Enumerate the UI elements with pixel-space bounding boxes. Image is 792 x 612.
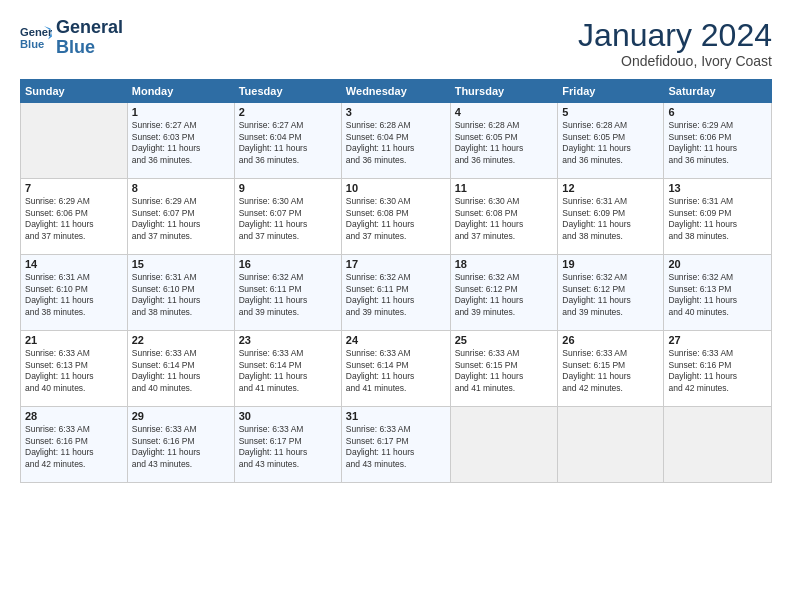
- table-row: 4Sunrise: 6:28 AM Sunset: 6:05 PM Daylig…: [450, 103, 558, 179]
- day-number: 17: [346, 258, 446, 270]
- day-info: Sunrise: 6:32 AM Sunset: 6:11 PM Dayligh…: [346, 272, 446, 318]
- day-info: Sunrise: 6:29 AM Sunset: 6:06 PM Dayligh…: [668, 120, 767, 166]
- day-info: Sunrise: 6:28 AM Sunset: 6:04 PM Dayligh…: [346, 120, 446, 166]
- table-row: 25Sunrise: 6:33 AM Sunset: 6:15 PM Dayli…: [450, 331, 558, 407]
- day-number: 25: [455, 334, 554, 346]
- table-row: 31Sunrise: 6:33 AM Sunset: 6:17 PM Dayli…: [341, 407, 450, 483]
- col-tuesday: Tuesday: [234, 80, 341, 103]
- table-row: 6Sunrise: 6:29 AM Sunset: 6:06 PM Daylig…: [664, 103, 772, 179]
- month-title: January 2024: [578, 18, 772, 53]
- day-number: 28: [25, 410, 123, 422]
- day-info: Sunrise: 6:33 AM Sunset: 6:14 PM Dayligh…: [346, 348, 446, 394]
- day-number: 12: [562, 182, 659, 194]
- day-info: Sunrise: 6:33 AM Sunset: 6:15 PM Dayligh…: [562, 348, 659, 394]
- logo-line2: Blue: [56, 38, 123, 58]
- day-number: 23: [239, 334, 337, 346]
- table-row: 3Sunrise: 6:28 AM Sunset: 6:04 PM Daylig…: [341, 103, 450, 179]
- table-row: 15Sunrise: 6:31 AM Sunset: 6:10 PM Dayli…: [127, 255, 234, 331]
- day-number: 15: [132, 258, 230, 270]
- col-saturday: Saturday: [664, 80, 772, 103]
- table-row: 23Sunrise: 6:33 AM Sunset: 6:14 PM Dayli…: [234, 331, 341, 407]
- table-row: 11Sunrise: 6:30 AM Sunset: 6:08 PM Dayli…: [450, 179, 558, 255]
- day-number: 3: [346, 106, 446, 118]
- week-row-2: 14Sunrise: 6:31 AM Sunset: 6:10 PM Dayli…: [21, 255, 772, 331]
- day-number: 21: [25, 334, 123, 346]
- table-row: 2Sunrise: 6:27 AM Sunset: 6:04 PM Daylig…: [234, 103, 341, 179]
- title-block: January 2024 Ondefidouo, Ivory Coast: [578, 18, 772, 69]
- table-row: 13Sunrise: 6:31 AM Sunset: 6:09 PM Dayli…: [664, 179, 772, 255]
- day-info: Sunrise: 6:33 AM Sunset: 6:17 PM Dayligh…: [346, 424, 446, 470]
- table-row: 30Sunrise: 6:33 AM Sunset: 6:17 PM Dayli…: [234, 407, 341, 483]
- week-row-0: 1Sunrise: 6:27 AM Sunset: 6:03 PM Daylig…: [21, 103, 772, 179]
- table-row: 5Sunrise: 6:28 AM Sunset: 6:05 PM Daylig…: [558, 103, 664, 179]
- day-number: 1: [132, 106, 230, 118]
- day-number: 4: [455, 106, 554, 118]
- day-number: 13: [668, 182, 767, 194]
- day-number: 27: [668, 334, 767, 346]
- day-info: Sunrise: 6:32 AM Sunset: 6:12 PM Dayligh…: [455, 272, 554, 318]
- page: General Blue General Blue January 2024 O…: [0, 0, 792, 612]
- day-info: Sunrise: 6:31 AM Sunset: 6:09 PM Dayligh…: [562, 196, 659, 242]
- table-row: 7Sunrise: 6:29 AM Sunset: 6:06 PM Daylig…: [21, 179, 128, 255]
- table-row: [558, 407, 664, 483]
- day-number: 9: [239, 182, 337, 194]
- week-row-1: 7Sunrise: 6:29 AM Sunset: 6:06 PM Daylig…: [21, 179, 772, 255]
- day-info: Sunrise: 6:30 AM Sunset: 6:08 PM Dayligh…: [455, 196, 554, 242]
- logo-line1: General: [56, 18, 123, 38]
- day-number: 14: [25, 258, 123, 270]
- table-row: 26Sunrise: 6:33 AM Sunset: 6:15 PM Dayli…: [558, 331, 664, 407]
- table-row: 24Sunrise: 6:33 AM Sunset: 6:14 PM Dayli…: [341, 331, 450, 407]
- day-number: 5: [562, 106, 659, 118]
- table-row: [21, 103, 128, 179]
- day-number: 2: [239, 106, 337, 118]
- table-row: 27Sunrise: 6:33 AM Sunset: 6:16 PM Dayli…: [664, 331, 772, 407]
- col-thursday: Thursday: [450, 80, 558, 103]
- table-row: 1Sunrise: 6:27 AM Sunset: 6:03 PM Daylig…: [127, 103, 234, 179]
- day-number: 6: [668, 106, 767, 118]
- table-row: 9Sunrise: 6:30 AM Sunset: 6:07 PM Daylig…: [234, 179, 341, 255]
- svg-text:Blue: Blue: [20, 37, 44, 49]
- table-row: 8Sunrise: 6:29 AM Sunset: 6:07 PM Daylig…: [127, 179, 234, 255]
- day-info: Sunrise: 6:28 AM Sunset: 6:05 PM Dayligh…: [562, 120, 659, 166]
- table-row: 18Sunrise: 6:32 AM Sunset: 6:12 PM Dayli…: [450, 255, 558, 331]
- table-row: 10Sunrise: 6:30 AM Sunset: 6:08 PM Dayli…: [341, 179, 450, 255]
- day-info: Sunrise: 6:33 AM Sunset: 6:13 PM Dayligh…: [25, 348, 123, 394]
- location-subtitle: Ondefidouo, Ivory Coast: [578, 53, 772, 69]
- day-number: 20: [668, 258, 767, 270]
- table-row: 20Sunrise: 6:32 AM Sunset: 6:13 PM Dayli…: [664, 255, 772, 331]
- logo-icon: General Blue: [20, 22, 52, 54]
- day-number: 18: [455, 258, 554, 270]
- day-info: Sunrise: 6:33 AM Sunset: 6:16 PM Dayligh…: [668, 348, 767, 394]
- day-info: Sunrise: 6:33 AM Sunset: 6:14 PM Dayligh…: [239, 348, 337, 394]
- table-row: [664, 407, 772, 483]
- col-sunday: Sunday: [21, 80, 128, 103]
- day-number: 8: [132, 182, 230, 194]
- header: General Blue General Blue January 2024 O…: [20, 18, 772, 69]
- logo-text: General Blue: [56, 18, 123, 58]
- day-number: 10: [346, 182, 446, 194]
- day-info: Sunrise: 6:32 AM Sunset: 6:11 PM Dayligh…: [239, 272, 337, 318]
- day-info: Sunrise: 6:33 AM Sunset: 6:14 PM Dayligh…: [132, 348, 230, 394]
- day-info: Sunrise: 6:27 AM Sunset: 6:04 PM Dayligh…: [239, 120, 337, 166]
- table-row: [450, 407, 558, 483]
- table-row: 14Sunrise: 6:31 AM Sunset: 6:10 PM Dayli…: [21, 255, 128, 331]
- day-info: Sunrise: 6:29 AM Sunset: 6:06 PM Dayligh…: [25, 196, 123, 242]
- day-number: 30: [239, 410, 337, 422]
- day-number: 31: [346, 410, 446, 422]
- day-info: Sunrise: 6:32 AM Sunset: 6:12 PM Dayligh…: [562, 272, 659, 318]
- col-monday: Monday: [127, 80, 234, 103]
- table-row: 29Sunrise: 6:33 AM Sunset: 6:16 PM Dayli…: [127, 407, 234, 483]
- day-number: 7: [25, 182, 123, 194]
- day-number: 26: [562, 334, 659, 346]
- calendar-table: Sunday Monday Tuesday Wednesday Thursday…: [20, 79, 772, 483]
- table-row: 21Sunrise: 6:33 AM Sunset: 6:13 PM Dayli…: [21, 331, 128, 407]
- day-info: Sunrise: 6:33 AM Sunset: 6:15 PM Dayligh…: [455, 348, 554, 394]
- day-info: Sunrise: 6:29 AM Sunset: 6:07 PM Dayligh…: [132, 196, 230, 242]
- logo: General Blue General Blue: [20, 18, 123, 58]
- day-number: 11: [455, 182, 554, 194]
- day-number: 19: [562, 258, 659, 270]
- week-row-3: 21Sunrise: 6:33 AM Sunset: 6:13 PM Dayli…: [21, 331, 772, 407]
- day-info: Sunrise: 6:30 AM Sunset: 6:07 PM Dayligh…: [239, 196, 337, 242]
- day-info: Sunrise: 6:28 AM Sunset: 6:05 PM Dayligh…: [455, 120, 554, 166]
- day-info: Sunrise: 6:31 AM Sunset: 6:09 PM Dayligh…: [668, 196, 767, 242]
